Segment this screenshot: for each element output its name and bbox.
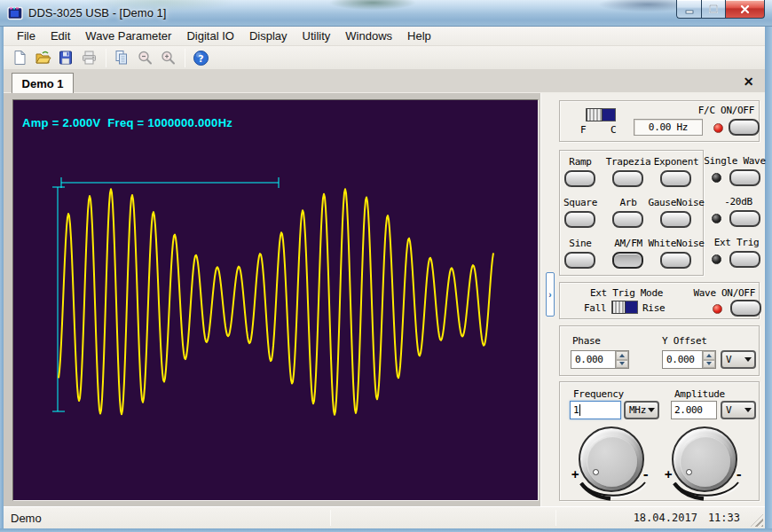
status-time: 11:33 xyxy=(708,512,740,524)
phase-group: Phase 0.000 Y Offset 0.000 xyxy=(559,325,760,376)
exponent-button[interactable] xyxy=(660,170,691,187)
amplitude-unit-select[interactable]: V xyxy=(721,401,756,419)
fc-onoff-label: F/C ON/OFF xyxy=(698,105,754,116)
knob-indicator-dot xyxy=(593,469,599,475)
frequency-unit-select[interactable]: MHz xyxy=(624,401,659,419)
wave-buttons-group: Ramp Trapezia Exponent Square Arb GauseN… xyxy=(559,150,704,276)
toolbar-separator xyxy=(106,49,106,67)
whitenoise-button[interactable] xyxy=(660,252,691,269)
svg-text:?: ? xyxy=(198,52,203,64)
wave-onoff-label: Wave ON/OFF xyxy=(693,287,755,299)
mdi-close-button[interactable]: ✕ xyxy=(741,74,756,89)
copy-button[interactable] xyxy=(111,48,132,68)
new-file-button[interactable] xyxy=(9,48,30,68)
amplitude-knob[interactable]: + - xyxy=(665,421,746,503)
dropdown-arrow-icon xyxy=(648,408,655,416)
app-window: DDS-3025 USB - [Demo 1] File Edit Wave P… xyxy=(0,0,772,532)
minus20db-button[interactable] xyxy=(729,210,760,227)
y-offset-spinner-up[interactable] xyxy=(703,351,715,360)
menu-item-file[interactable]: File xyxy=(11,27,42,44)
menu-item-windows[interactable]: Windows xyxy=(339,27,398,44)
scope-readout: Amp = 2.000V Freq = 1000000.000Hz xyxy=(22,116,232,129)
phase-spinner-down[interactable] xyxy=(616,360,628,369)
menu-item-help[interactable]: Help xyxy=(401,27,437,44)
y-offset-input[interactable]: 0.000 xyxy=(662,350,716,369)
resize-grip[interactable] xyxy=(751,514,763,527)
gausenoise-label: GauseNoise xyxy=(648,197,704,208)
minus20db-led xyxy=(712,214,721,223)
trig-mode-slider-thumb[interactable] xyxy=(612,301,626,314)
close-button[interactable] xyxy=(726,0,765,19)
statusbar-divider xyxy=(330,510,331,526)
frequency-label: Frequency xyxy=(573,388,624,400)
single-wave-button[interactable] xyxy=(729,169,760,186)
rise-label: Rise xyxy=(642,302,665,314)
control-panel: › F C 0.00 Hz F/C ON/OFF Ramp Trapezia E… xyxy=(540,93,765,506)
frequency-input[interactable]: 1 xyxy=(570,401,621,419)
amfm-label: AM/FM xyxy=(614,238,642,249)
save-file-button[interactable] xyxy=(55,48,76,68)
ext-trig-button[interactable] xyxy=(729,251,760,268)
menu-item-digital-io[interactable]: Digital IO xyxy=(180,27,240,44)
close-icon xyxy=(739,4,751,15)
arb-button[interactable] xyxy=(612,211,643,228)
phase-spinner-up[interactable] xyxy=(616,351,628,360)
menu-item-edit[interactable]: Edit xyxy=(44,27,76,44)
print-icon xyxy=(81,50,98,66)
knob-arc xyxy=(573,476,650,501)
window-border-bottom xyxy=(0,528,772,532)
window-border-right xyxy=(765,27,772,528)
open-file-icon xyxy=(35,50,51,66)
arb-label: Arb xyxy=(620,197,637,208)
menubar: File Edit Wave Parameter Digital IO Disp… xyxy=(4,27,765,46)
menu-item-wave-parameter[interactable]: Wave Parameter xyxy=(79,27,177,44)
zoom-in-button[interactable] xyxy=(157,48,178,68)
ramp-button[interactable] xyxy=(564,170,595,187)
fc-group: F C 0.00 Hz F/C ON/OFF xyxy=(559,100,760,142)
statusbar: Demo 18.04.2017 11:33 xyxy=(4,506,765,528)
fc-onoff-button[interactable] xyxy=(729,119,760,136)
trig-mode-slider[interactable] xyxy=(611,301,638,314)
wave-onoff-button[interactable] xyxy=(730,300,761,317)
y-offset-spinner-down[interactable] xyxy=(703,360,715,369)
frequency-knob[interactable]: + - xyxy=(571,421,653,503)
waveform-canvas xyxy=(13,100,538,500)
menu-item-utility[interactable]: Utility xyxy=(296,27,337,44)
amplitude-unit: V xyxy=(722,404,744,416)
whitenoise-label: WhiteNoise xyxy=(648,238,704,249)
sine-button[interactable] xyxy=(564,252,595,269)
help-button[interactable]: ? xyxy=(190,48,211,68)
print-button[interactable] xyxy=(78,48,99,68)
trapezia-button[interactable] xyxy=(612,170,643,187)
menu-item-display[interactable]: Display xyxy=(243,27,294,44)
y-offset-unit-select[interactable]: V xyxy=(721,350,756,369)
amfm-button[interactable] xyxy=(612,252,643,269)
caption-buttons xyxy=(676,0,765,19)
tab-demo-1[interactable]: Demo 1 xyxy=(12,73,74,93)
amplitude-value: 2.000 xyxy=(674,404,703,416)
help-icon: ? xyxy=(193,50,209,66)
gausenoise-button[interactable] xyxy=(660,211,691,228)
single-wave-label: Single Wave xyxy=(704,155,766,167)
ext-trig-mode-group: Ext Trig Mode Fall Rise Wave ON/OFF xyxy=(559,282,760,319)
maximize-button[interactable] xyxy=(701,0,726,19)
zoom-out-button[interactable] xyxy=(134,48,155,68)
amplitude-input[interactable]: 2.000 xyxy=(671,401,717,419)
y-offset-unit: V xyxy=(722,354,744,365)
frequency-group: Frequency 1 MHz Amplitude 2.000 V xyxy=(559,381,760,501)
fc-slider-thumb[interactable] xyxy=(587,108,603,121)
fc-slider[interactable] xyxy=(586,108,616,121)
panel-splitter-handle[interactable]: › xyxy=(546,272,555,317)
square-label: Square xyxy=(563,197,597,208)
knob-arc xyxy=(666,476,743,501)
fc-frequency-display: 0.00 Hz xyxy=(634,119,703,136)
copy-icon xyxy=(114,50,130,66)
client-area: Amp = 2.000V Freq = 1000000.000Hz › F C … xyxy=(4,93,765,506)
phase-input[interactable]: 0.000 xyxy=(571,350,629,369)
amplitude-label: Amplitude xyxy=(674,388,725,400)
maximize-icon xyxy=(708,4,719,14)
tab-label: Demo 1 xyxy=(22,77,64,90)
minimize-button[interactable] xyxy=(676,0,701,19)
open-file-button[interactable] xyxy=(32,48,53,68)
square-button[interactable] xyxy=(564,211,595,228)
